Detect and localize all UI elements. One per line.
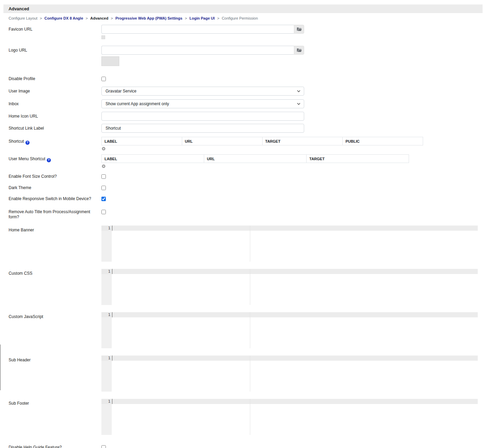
breadcrumb-separator: > xyxy=(185,16,187,20)
editor-gutter xyxy=(101,269,112,305)
logo-url-input[interactable] xyxy=(101,46,294,55)
home-banner-code-editor[interactable]: 1 xyxy=(101,226,478,262)
user-image-label: User Image xyxy=(9,87,101,94)
editor-gutter xyxy=(101,312,112,348)
shortcut-label: Shortcut xyxy=(9,139,24,144)
custom-javascript-label: Custom JavaScript xyxy=(9,312,101,319)
editor-caret xyxy=(112,226,112,231)
editor-caret xyxy=(112,269,112,274)
enable-font-size-row: Enable Font Size Control? xyxy=(9,174,483,180)
inbox-select[interactable]: Show current App assignment only xyxy=(101,99,304,108)
editor-caret xyxy=(112,356,112,361)
home-icon-url-label: Home Icon URL xyxy=(9,112,101,119)
remove-auto-title-checkbox[interactable] xyxy=(101,210,106,214)
logo-url-label: Logo URL xyxy=(9,46,101,53)
shortcut-link-label-input[interactable] xyxy=(101,124,304,133)
disable-help-guide-checkbox[interactable] xyxy=(101,445,106,448)
disable-profile-label: Disable Profile xyxy=(9,76,101,81)
custom-javascript-row: Custom JavaScript 1 xyxy=(9,312,483,348)
plus-circle-icon xyxy=(102,146,106,152)
home-banner-row: Home Banner 1 xyxy=(9,226,483,262)
editor-print-margin xyxy=(250,356,250,392)
breadcrumb-configure-permission: Configure Permission xyxy=(222,16,258,20)
home-icon-url-input[interactable] xyxy=(101,112,304,121)
editor-caret xyxy=(112,312,112,317)
disable-profile-checkbox[interactable] xyxy=(101,77,106,81)
chevron-down-icon xyxy=(297,90,300,92)
dark-theme-label: Dark Theme xyxy=(9,185,101,190)
favicon-browse-button[interactable] xyxy=(294,25,304,34)
responsive-switch-checkbox[interactable] xyxy=(101,197,106,201)
user-menu-col-label: LABEL xyxy=(102,155,204,163)
sub-header-code-editor[interactable]: 1 xyxy=(101,356,478,392)
user-menu-col-target: TARGET xyxy=(307,155,409,163)
breadcrumb-separator: > xyxy=(40,16,42,20)
shortcut-col-target: TARGET xyxy=(262,137,343,145)
shortcut-row: Shortcut? LABEL URL TARGET PUBLIC xyxy=(9,137,483,151)
user-image-select[interactable]: Gravatar Service xyxy=(101,87,304,96)
breadcrumb: Configure Layout > Configure DX 8 Angle … xyxy=(3,13,483,25)
editor-line-number: 1 xyxy=(101,269,110,274)
user-menu-add-row-button[interactable] xyxy=(102,164,106,168)
page-title: Advanced xyxy=(9,7,29,11)
user-image-row: User Image Gravatar Service xyxy=(9,87,483,96)
editor-active-line xyxy=(112,226,478,231)
shortcut-link-label-label: Shortcut Link Label xyxy=(9,124,101,131)
breadcrumb-configure-layout: Configure Layout xyxy=(9,16,37,20)
inbox-selected-value: Show current App assignment only xyxy=(106,101,169,106)
user-image-selected-value: Gravatar Service xyxy=(106,89,136,94)
user-menu-shortcut-table: LABEL URL TARGET xyxy=(101,154,409,163)
breadcrumb-login-page-ui[interactable]: Login Page UI xyxy=(189,16,214,20)
sub-footer-row: Sub Footer 1 xyxy=(9,399,483,435)
advanced-form: Favicon URL Logo URL xyxy=(3,25,483,448)
editor-line-number: 1 xyxy=(101,313,110,317)
user-menu-shortcut-label: User Menu Shortcut xyxy=(9,156,45,161)
custom-css-code-editor[interactable]: 1 xyxy=(101,269,478,305)
breadcrumb-pwa-settings[interactable]: Progressive Web App (PWA) Settings xyxy=(115,16,183,20)
home-icon-url-row: Home Icon URL xyxy=(9,112,483,121)
chevron-down-icon xyxy=(297,103,300,105)
sub-footer-label: Sub Footer xyxy=(9,399,101,406)
favicon-url-label: Favicon URL xyxy=(9,25,101,32)
shortcut-add-row-button[interactable] xyxy=(102,147,106,151)
breadcrumb-advanced-current: Advanced xyxy=(90,16,109,20)
editor-print-margin xyxy=(250,399,250,435)
shortcut-col-public: PUBLIC xyxy=(343,137,423,145)
dark-theme-checkbox[interactable] xyxy=(101,186,106,190)
user-menu-shortcut-help-icon[interactable]: ? xyxy=(47,158,51,162)
favicon-preview-box xyxy=(101,35,105,39)
editor-active-line xyxy=(112,399,478,404)
editor-active-line xyxy=(112,356,478,361)
logo-preview-box xyxy=(101,56,119,66)
shortcut-help-icon[interactable]: ? xyxy=(25,141,30,145)
plus-circle-icon xyxy=(102,164,106,169)
folder-open-icon xyxy=(297,27,302,31)
disable-profile-row: Disable Profile xyxy=(9,76,483,82)
editor-active-line xyxy=(112,312,478,317)
enable-font-size-checkbox[interactable] xyxy=(101,174,106,179)
logo-browse-button[interactable] xyxy=(294,46,304,55)
enable-font-size-label: Enable Font Size Control? xyxy=(9,174,101,179)
responsive-switch-row: Enable Responsive Switch in Mobile Devic… xyxy=(9,196,483,202)
folder-open-icon xyxy=(297,48,302,52)
logo-url-row: Logo URL xyxy=(9,46,483,66)
disable-help-guide-label: Disable Help Guide Feature? xyxy=(9,445,101,448)
user-menu-col-url: URL xyxy=(204,155,307,163)
inbox-row: Inbox Show current App assignment only xyxy=(9,99,483,108)
disable-help-guide-row: Disable Help Guide Feature? xyxy=(9,445,483,448)
sub-footer-code-editor[interactable]: 1 xyxy=(101,399,478,435)
editor-line-number: 1 xyxy=(101,226,110,230)
editor-print-margin xyxy=(250,312,250,348)
favicon-url-input[interactable] xyxy=(101,25,294,34)
section-header-advanced[interactable]: Advanced xyxy=(3,4,483,13)
breadcrumb-configure-dx8-angle[interactable]: Configure DX 8 Angle xyxy=(44,16,83,20)
shortcut-col-url: URL xyxy=(182,137,262,145)
user-menu-shortcut-row: User Menu Shortcut? LABEL URL TARGET xyxy=(9,154,483,168)
shortcut-label-wrap: Shortcut? xyxy=(9,137,101,145)
remove-auto-title-row: Remove Auto Title from Process/Assignmen… xyxy=(9,209,483,220)
viewport-edge-line xyxy=(0,345,1,390)
user-menu-shortcut-label-wrap: User Menu Shortcut? xyxy=(9,154,101,162)
custom-javascript-code-editor[interactable]: 1 xyxy=(101,312,478,348)
dark-theme-row: Dark Theme xyxy=(9,185,483,191)
editor-line-number: 1 xyxy=(101,399,110,404)
